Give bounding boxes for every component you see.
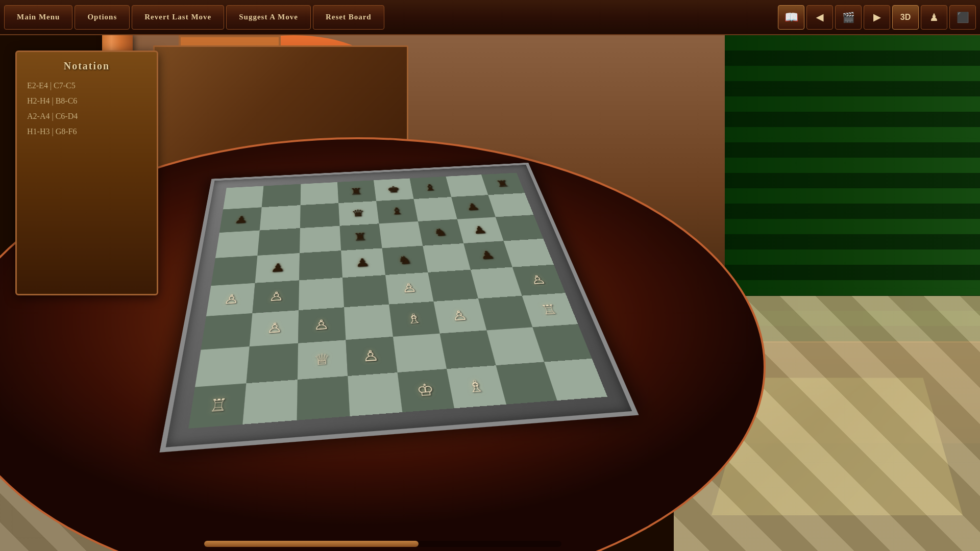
chess-cell-b3[interactable]: ♙ [250,310,299,346]
chess-cell-h3[interactable]: ♖ [522,293,578,327]
piece-h3: ♖ [539,302,560,318]
chess-cell-e6[interactable] [379,221,423,248]
chess-cell-e1[interactable]: ♔ [398,369,455,412]
piece-a1: ♖ [208,395,228,416]
chess-cell-h4[interactable]: ♙ [512,265,566,296]
chess-cell-f2[interactable] [440,331,496,369]
piece-h4: ♙ [528,272,548,287]
piece-c3: ♙ [313,316,330,333]
piece-icon-button[interactable]: ♟ [921,5,947,30]
piece-a7: ♟ [233,214,248,226]
chess-cell-c8[interactable] [300,182,338,205]
notation-title: Notation [25,60,149,72]
game-scene: ♜♚♝♜♟♛♝♟♜♞♟♟♟♞♟♙♙♙♙♙♙♗♙♖♕♙♖♔♗ Notation E… [0,35,980,551]
chess-cell-a7[interactable]: ♟ [219,207,262,233]
chess-cell-c2[interactable]: ♕ [297,340,348,380]
next-button[interactable]: ▶ [864,5,890,30]
piece-h8: ♜ [495,179,510,189]
chess-cell-h5[interactable] [503,239,554,267]
chess-cell-e8[interactable]: ♚ [374,179,414,202]
chess-cell-d3[interactable] [344,305,393,340]
chess-cell-e4[interactable]: ♙ [385,272,434,305]
chess-cell-a8[interactable] [223,186,264,209]
prev-button[interactable]: ◀ [806,5,833,30]
chess-cell-f6[interactable]: ♞ [418,219,463,246]
chess-cell-d2[interactable]: ♙ [346,337,397,376]
chess-cell-d6[interactable]: ♜ [339,223,382,251]
notation-move-3: A2-A4 | C6-D4 [25,111,149,122]
book-icon-button[interactable]: 📖 [778,5,804,30]
chess-board[interactable]: ♜♚♝♜♟♛♝♟♜♞♟♟♟♞♟♙♙♙♙♙♙♗♙♖♕♙♖♔♗ [188,173,607,429]
suggest-move-button[interactable]: Suggest a move [226,5,311,30]
options-button[interactable]: Options [75,5,130,30]
notation-move-2: H2-H4 | B8-C6 [25,95,149,107]
chess-cell-b2[interactable] [247,343,298,384]
chess-cell-e3[interactable]: ♗ [389,302,440,337]
board-icon-button[interactable]: ⬛ [949,5,976,30]
piece-e1: ♔ [415,380,435,400]
chess-cell-b1[interactable] [243,380,298,424]
chess-cell-d4[interactable] [342,275,389,307]
piece-g6: ♟ [471,224,488,237]
chess-cell-f8[interactable]: ♝ [410,177,451,199]
chess-cell-a6[interactable] [215,231,260,258]
notation-move-1: E2-E4 | C7-C5 [25,80,149,91]
chess-cell-c5[interactable] [299,251,342,280]
chess-cell-g8[interactable] [446,174,488,197]
chess-cell-d1[interactable] [348,372,402,416]
chess-cell-a5[interactable] [211,256,257,286]
reset-board-button[interactable]: Reset Board [313,5,384,30]
chess-cell-b4[interactable]: ♙ [253,280,299,313]
piece-e8: ♚ [386,184,401,195]
3d-label: 3D [900,13,911,22]
chess-cell-d7[interactable]: ♛ [338,201,379,226]
main-menu-button[interactable]: Main Menu [4,5,72,30]
chess-cell-c4[interactable] [299,278,344,310]
scrollbar-thumb[interactable] [204,541,419,547]
camera-icon-button[interactable]: 🎬 [835,5,862,30]
chess-cell-h8[interactable]: ♜ [481,173,525,195]
chess-cell-h6[interactable] [496,215,544,241]
chess-cell-d5[interactable]: ♟ [341,248,385,278]
chess-cell-a2[interactable] [195,346,250,387]
chess-cell-e5[interactable]: ♞ [382,246,428,275]
piece-e4: ♙ [401,281,418,296]
prev-arrow-icon: ◀ [816,12,823,23]
piece-f3: ♙ [450,308,470,324]
piece-g5: ♟ [478,248,496,262]
chess-cell-c3[interactable]: ♙ [298,307,346,343]
chess-cell-f7[interactable] [414,197,457,221]
chess-cell-c1[interactable] [297,376,350,420]
notation-panel: Notation E2-E4 | C7-C5 H2-H4 | B8-C6 A2-… [15,51,158,295]
piece-g7: ♟ [465,201,481,213]
piece-d5: ♟ [355,256,371,269]
chess-cell-b8[interactable] [262,184,301,208]
next-arrow-icon: ▶ [873,12,880,23]
checkerboard-icon: ⬛ [957,11,969,23]
chess-cell-f5[interactable] [423,243,470,272]
3d-button[interactable]: 3D [892,5,919,30]
piece-d7: ♛ [351,207,365,219]
chess-cell-b6[interactable] [258,228,300,256]
chess-cell-e7[interactable]: ♝ [376,199,418,223]
chess-cell-a4[interactable]: ♙ [206,283,255,316]
chess-cell-b7[interactable] [260,205,300,230]
horizontal-scrollbar[interactable] [204,541,561,547]
revert-last-move-button[interactable]: Revert Last Move [132,5,224,30]
piece-e7: ♝ [389,205,404,217]
chess-cell-d8[interactable]: ♜ [337,180,376,203]
piece-f6: ♞ [432,226,449,239]
chess-cell-a3[interactable] [201,313,253,350]
chess-cell-f4[interactable] [428,270,478,302]
chess-cell-e2[interactable] [393,334,447,372]
piece-d6: ♜ [353,231,368,243]
chess-cell-b5[interactable]: ♟ [255,253,300,283]
piece-b5: ♟ [270,261,285,275]
toolbar: Main Menu Options Revert Last Move Sugge… [0,0,980,35]
piece-b4: ♙ [268,289,284,305]
chess-cell-h7[interactable] [488,193,533,217]
chess-cell-f3[interactable]: ♙ [434,298,486,333]
chess-cell-c6[interactable] [300,226,341,253]
chess-cell-c7[interactable] [300,203,339,228]
chess-cell-a1[interactable]: ♖ [188,383,247,429]
